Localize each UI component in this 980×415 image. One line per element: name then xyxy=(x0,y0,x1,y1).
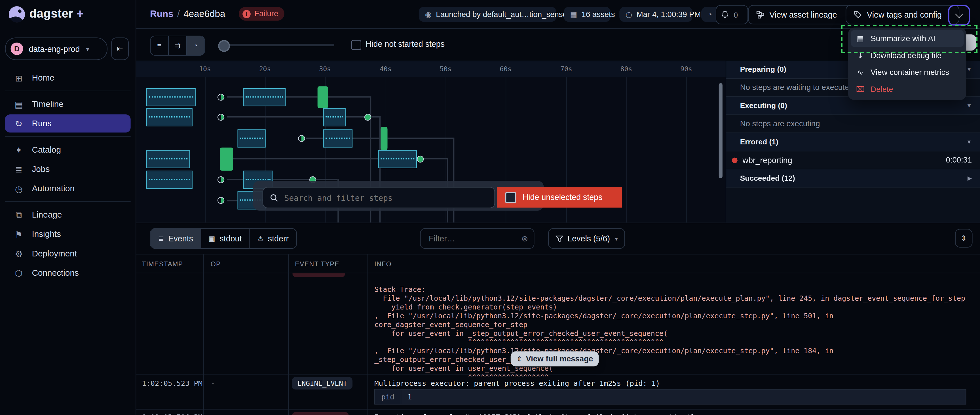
step-box-skipped[interactable] xyxy=(323,129,353,147)
waterfall-view-icon[interactable]: ⇉ xyxy=(169,36,187,55)
automation-icon: ◷ xyxy=(14,184,24,193)
sidebar-item-lineage[interactable]: ⧉Lineage xyxy=(5,206,131,224)
view-tags-config-button[interactable]: View tags and config xyxy=(846,5,959,24)
run-id: 4eae6dba xyxy=(183,8,225,19)
step-bar-succeeded[interactable] xyxy=(220,147,233,171)
step-marker-dot[interactable] xyxy=(298,135,305,142)
step-box-skipped[interactable] xyxy=(323,108,346,126)
sidebar-item-label: Timeline xyxy=(32,99,63,109)
collapse-sidebar-button[interactable]: ⇤ xyxy=(111,37,129,60)
levels-dropdown[interactable]: Levels (5/6) ▾ xyxy=(548,228,625,249)
tab-stdout[interactable]: ▣stdout xyxy=(201,229,250,248)
metrics-icon: ∿ xyxy=(856,68,865,77)
sidebar-item-deployment[interactable]: ⚙Deployment xyxy=(5,244,131,263)
step-name: wbr_reporting xyxy=(742,155,792,165)
step-box-skipped[interactable] xyxy=(146,88,196,106)
sidebar-item-jobs[interactable]: ≣Jobs xyxy=(5,160,131,178)
gridline xyxy=(686,77,687,223)
panel-section-header[interactable]: Succeeded (12)▶ xyxy=(726,169,980,187)
view-full-message-label: View full message xyxy=(526,354,593,363)
panel-section-title: Errored (1) xyxy=(740,137,778,146)
sidebar-item-runs[interactable]: ↻Runs xyxy=(5,114,131,132)
step-search-box[interactable] xyxy=(262,187,495,208)
axis-tick-label: 80s xyxy=(620,65,632,72)
gantt-zoom-slider-handle[interactable] xyxy=(218,40,230,52)
column-divider xyxy=(368,254,368,415)
step-marker-dot[interactable] xyxy=(218,114,224,121)
axis-tick-label: 10s xyxy=(199,65,211,72)
sidebar-item-connections[interactable]: ⬡Connections xyxy=(5,264,131,282)
assets-grid-icon: ▦ xyxy=(570,10,577,19)
jobs-icon: ≣ xyxy=(14,164,24,174)
sidebar-item-automation[interactable]: ◷Automation xyxy=(5,180,131,198)
step-marker-dot[interactable] xyxy=(218,176,224,183)
col-timestamp: TIMESTAMP xyxy=(142,260,183,268)
menu-item-delete[interactable]: ⌧Delete xyxy=(851,81,964,97)
insights-icon: ⚑ xyxy=(14,229,24,239)
sidebar-item-catalog[interactable]: ✦Catalog xyxy=(5,141,131,159)
notifications-button[interactable]: 0 xyxy=(716,5,748,24)
top-bar: Runs/4eae6dba ! Failure ◉Launched by def… xyxy=(135,0,980,29)
chevron-right-icon: ▶ xyxy=(967,175,972,181)
dependency-line xyxy=(316,179,337,180)
gantt-scrollbar[interactable] xyxy=(719,83,722,178)
view-asset-lineage-label: View asset lineage xyxy=(769,10,837,19)
step-marker-dot[interactable] xyxy=(218,94,224,101)
log-filter-input[interactable] xyxy=(428,233,511,244)
divider xyxy=(135,223,980,223)
errored-dot-icon xyxy=(732,157,738,163)
tab-label: stderr xyxy=(268,234,289,243)
timed-view-icon[interactable]: ◔ xyxy=(187,36,204,55)
breadcrumb-runs-link[interactable]: Runs xyxy=(150,8,173,19)
step-box-skipped[interactable] xyxy=(243,88,286,106)
panel-step-row[interactable]: wbr_reporting0:00:31 xyxy=(726,151,980,169)
sidebar-item-label: Automation xyxy=(32,184,75,193)
hide-not-started-checkbox[interactable] xyxy=(352,40,361,50)
step-bar-succeeded[interactable] xyxy=(380,127,387,150)
log-filter-box[interactable]: ⊗ xyxy=(420,228,534,249)
flat-view-icon[interactable]: ≡ xyxy=(151,36,169,55)
sidebar-item-insights[interactable]: ⚑Insights xyxy=(5,225,131,243)
tab-events[interactable]: ≣Events xyxy=(151,229,201,248)
menu-item-view-container-metrics[interactable]: ∿View container metrics xyxy=(851,64,964,81)
sidebar-nav: ⊞Home▤Timeline↻Runs✦Catalog≣Jobs◷Automat… xyxy=(0,67,135,283)
lineage-icon xyxy=(756,11,765,19)
clear-filter-icon[interactable]: ⊗ xyxy=(521,234,528,243)
step-box-skipped[interactable] xyxy=(146,150,190,168)
view-asset-lineage-button[interactable]: View asset lineage xyxy=(748,5,856,24)
sidebar-item-home[interactable]: ⊞Home xyxy=(5,69,131,87)
dependency-line xyxy=(227,200,237,201)
step-box-skipped[interactable] xyxy=(378,150,417,168)
sidebar-item-label: Insights xyxy=(32,230,61,239)
table-header: TIMESTAMP OP EVENT TYPE INFO xyxy=(135,254,980,273)
step-marker-dot[interactable] xyxy=(417,156,424,163)
app-root: dagster + D data-eng-prod ▾ ⇤ ⊞Home▤Time… xyxy=(0,0,980,415)
sidebar-item-timeline[interactable]: ▤Timeline xyxy=(5,95,131,113)
step-box-skipped[interactable] xyxy=(146,108,192,126)
step-search-input[interactable] xyxy=(283,192,485,203)
step-box-skipped[interactable] xyxy=(146,171,192,189)
dependency-line xyxy=(227,116,368,117)
step-marker-dot[interactable] xyxy=(218,197,224,204)
step-duration: 0:00:31 xyxy=(946,156,972,164)
workspace-switcher[interactable]: D data-eng-prod ▾ xyxy=(5,37,107,60)
notification-count: 0 xyxy=(734,10,738,19)
sidebar-item-label: Runs xyxy=(32,119,51,128)
step-bar-succeeded[interactable] xyxy=(318,86,328,108)
view-full-message-button[interactable]: ⇕ View full message xyxy=(511,351,599,367)
workspace-avatar: D xyxy=(11,43,23,55)
gantt-zoom-slider[interactable] xyxy=(220,44,334,46)
tab-stderr[interactable]: ⚠stderr xyxy=(250,229,296,248)
run-actions-menu-button[interactable] xyxy=(948,5,970,26)
view-tags-config-label: View tags and config xyxy=(867,10,942,19)
expand-log-panel-button[interactable]: ⇕ xyxy=(955,229,973,247)
step-box-skipped[interactable] xyxy=(238,129,266,147)
sidebar-item-label: Home xyxy=(32,73,54,83)
panel-section-header[interactable]: Errored (1)▼ xyxy=(726,133,980,151)
hide-unselected-checkbox[interactable] xyxy=(505,192,516,203)
chevron-down-icon: ▾ xyxy=(86,45,89,52)
step-marker-dot[interactable] xyxy=(364,114,371,121)
status-label: Failure xyxy=(255,10,278,18)
tag-icon xyxy=(854,11,862,19)
catalog-icon: ✦ xyxy=(14,145,24,155)
